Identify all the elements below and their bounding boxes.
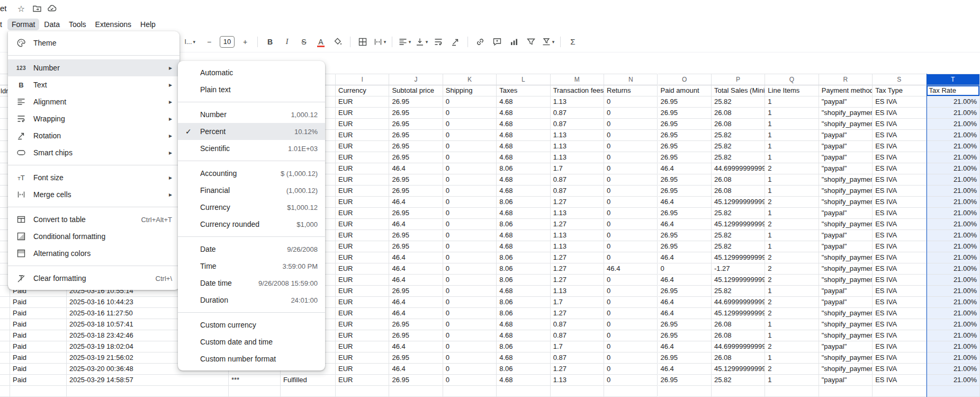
cell[interactable] [819,386,873,397]
cell[interactable]: 44.6999999999999 [712,297,765,308]
cell[interactable] [0,375,10,386]
cell[interactable] [281,386,336,397]
cell[interactable]: 1.13 [551,152,604,163]
cell[interactable]: 4.68 [497,330,550,341]
cell[interactable] [229,386,281,397]
cell[interactable]: 21.00% [927,319,980,330]
cell[interactable]: 4.68 [497,319,550,330]
insert-chart-button[interactable] [507,35,521,49]
cell[interactable]: 45.1299999999999 [712,197,765,208]
cell[interactable]: 26.95 [658,319,712,330]
status-cell[interactable]: Paid [10,352,67,364]
cell[interactable]: 1.13 [551,230,604,241]
cell[interactable]: 0 [604,375,658,386]
cell[interactable]: 8.06 [497,197,550,208]
cell[interactable]: 1 [765,141,819,152]
cell[interactable]: 4.68 [497,174,550,186]
cell[interactable]: ES IVA [873,96,926,108]
cell[interactable]: 2 [765,275,819,286]
cell[interactable]: 0 [443,208,497,219]
cell[interactable]: "paypal" [819,230,873,241]
cell[interactable]: "paypal" [819,141,873,152]
cell[interactable] [389,386,443,397]
insert-comment-button[interactable] [490,35,504,49]
cell[interactable]: 4.68 [497,375,550,386]
cell[interactable]: 0 [604,163,658,174]
format-menu-item-text[interactable]: BText▸ [8,76,179,93]
cell[interactable]: ES IVA [873,286,926,297]
cell[interactable]: 0 [443,219,497,230]
cell[interactable]: "paypal" [819,130,873,141]
cell[interactable]: "shopify_payments" [819,252,873,263]
menubar-item-data[interactable]: Data [40,19,64,30]
bold-button[interactable]: B [263,35,277,49]
cell[interactable]: 26.95 [389,119,443,130]
status-cell[interactable] [10,386,67,397]
field-header-cell[interactable]: Shipping [443,85,497,96]
cell[interactable] [873,386,926,397]
cell[interactable]: ES IVA [873,197,926,208]
borders-button[interactable] [356,35,370,49]
cell[interactable]: ES IVA [873,341,926,352]
cell[interactable]: EUR [336,130,389,141]
cell[interactable]: "shopify_payments" [819,197,873,208]
cell[interactable]: EUR [336,308,389,319]
cell[interactable]: 26.95 [658,130,712,141]
cell[interactable]: 46.4 [604,263,658,275]
cell[interactable]: ES IVA [873,263,926,275]
cell[interactable]: 26.95 [389,174,443,186]
cell[interactable]: 26.95 [389,208,443,219]
cell[interactable]: 26.95 [658,330,712,341]
cell[interactable]: 26.08 [712,186,765,197]
cell[interactable]: 26.95 [389,152,443,163]
cell[interactable]: 21.00% [927,364,980,375]
italic-button[interactable]: I [280,35,294,49]
format-menu-item-font-size[interactable]: TTFont size▸ [8,169,179,186]
cell[interactable]: "shopify_payments" [819,308,873,319]
cell[interactable]: 8.06 [497,252,550,263]
menubar-item-extensions[interactable]: Extensions [91,19,136,30]
cell[interactable] [712,386,765,397]
cell[interactable]: 26.95 [658,186,712,197]
cell[interactable]: EUR [336,163,389,174]
functions-button[interactable]: Σ [566,35,580,49]
cell[interactable]: 26.95 [389,375,443,386]
cell[interactable]: 45.1299999999999 [712,275,765,286]
cell[interactable]: 21.00% [927,297,980,308]
cell[interactable]: EUR [336,375,389,386]
number-menu-item-time[interactable]: Time3:59:00 PM [178,258,325,275]
cell[interactable]: 21.00% [927,230,980,241]
cell[interactable]: 0 [443,352,497,364]
cell[interactable]: 0 [604,275,658,286]
cell[interactable]: 21.00% [927,186,980,197]
status-cell[interactable]: Paid [10,375,67,386]
cell[interactable]: 26.08 [712,119,765,130]
cell[interactable]: 26.08 [712,319,765,330]
cell[interactable]: 1.13 [551,241,604,252]
cell[interactable]: 26.08 [712,352,765,364]
cell[interactable]: EUR [336,108,389,119]
cell[interactable]: 0 [604,219,658,230]
cell[interactable]: "shopify_payments" [819,364,873,375]
cell[interactable]: 46.4 [658,297,712,308]
format-menu-item-conditional-formatting[interactable]: Conditional formatting [8,228,179,245]
cell[interactable]: 0.87 [551,352,604,364]
cell[interactable] [551,386,604,397]
cell[interactable]: 4.68 [497,286,550,297]
status-cell[interactable]: Paid [10,297,67,308]
cell[interactable]: EUR [336,263,389,275]
cell[interactable]: ES IVA [873,375,926,386]
cell[interactable]: 1 [765,152,819,163]
field-header-cell[interactable]: Taxes [497,85,550,96]
cell[interactable]: EUR [336,197,389,208]
cell[interactable]: 26.08 [712,174,765,186]
cell[interactable]: 21.00% [927,375,980,386]
cell[interactable]: 1 [765,330,819,341]
cell[interactable]: 25.82 [712,286,765,297]
cell[interactable]: 0.87 [551,108,604,119]
cell[interactable]: EUR [336,219,389,230]
field-header-cell[interactable]: Payment method [819,85,873,96]
cell[interactable]: EUR [336,230,389,241]
cell[interactable]: 26.95 [389,241,443,252]
cell[interactable]: 0 [443,96,497,108]
